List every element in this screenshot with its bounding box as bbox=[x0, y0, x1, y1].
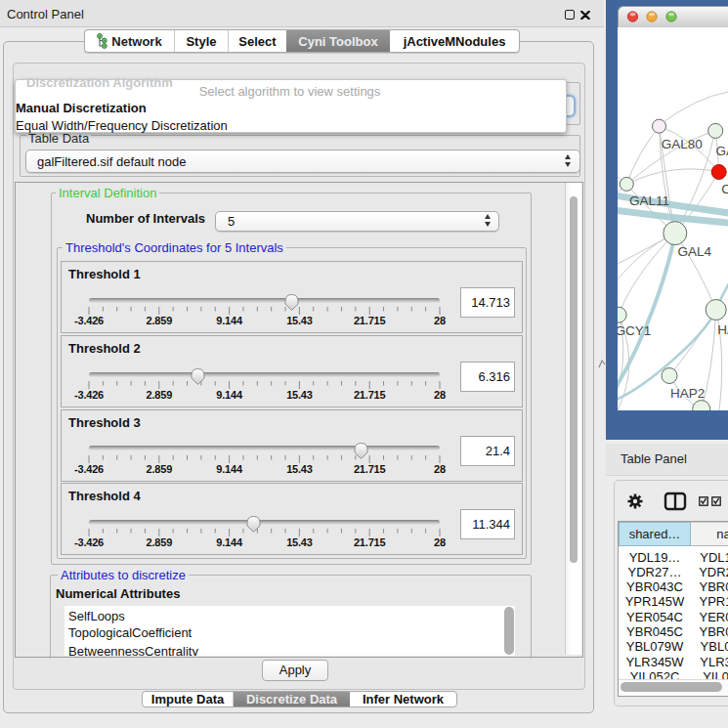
svg-text:HA: HA bbox=[717, 322, 728, 337]
svg-text:GAL11: GAL11 bbox=[629, 193, 669, 208]
svg-text:HAP2: HAP2 bbox=[670, 386, 705, 401]
svg-text:GAL80: GAL80 bbox=[662, 137, 703, 151]
svg-text:CA: CA bbox=[721, 182, 728, 196]
svg-text:GAL4: GAL4 bbox=[677, 244, 711, 259]
svg-text:GA: GA bbox=[716, 144, 728, 158]
svg-text:GCY1: GCY1 bbox=[618, 323, 651, 338]
